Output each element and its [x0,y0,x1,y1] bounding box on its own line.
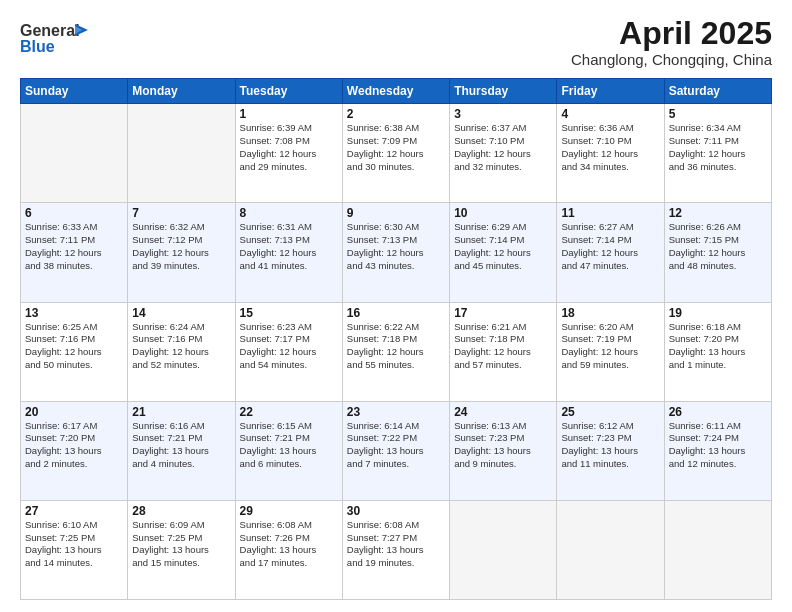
cell-info: Sunrise: 6:38 AM Sunset: 7:09 PM Dayligh… [347,122,445,173]
cell-day-number: 5 [669,107,767,121]
calendar-cell: 27Sunrise: 6:10 AM Sunset: 7:25 PM Dayli… [21,500,128,599]
cell-info: Sunrise: 6:36 AM Sunset: 7:10 PM Dayligh… [561,122,659,173]
calendar-cell: 14Sunrise: 6:24 AM Sunset: 7:16 PM Dayli… [128,302,235,401]
day-header-friday: Friday [557,79,664,104]
header-row: SundayMondayTuesdayWednesdayThursdayFrid… [21,79,772,104]
cell-info: Sunrise: 6:08 AM Sunset: 7:27 PM Dayligh… [347,519,445,570]
cell-day-number: 22 [240,405,338,419]
calendar-cell: 15Sunrise: 6:23 AM Sunset: 7:17 PM Dayli… [235,302,342,401]
calendar-cell [450,500,557,599]
calendar-cell: 11Sunrise: 6:27 AM Sunset: 7:14 PM Dayli… [557,203,664,302]
cell-day-number: 17 [454,306,552,320]
cell-day-number: 24 [454,405,552,419]
day-header-monday: Monday [128,79,235,104]
cell-info: Sunrise: 6:20 AM Sunset: 7:19 PM Dayligh… [561,321,659,372]
calendar-cell: 26Sunrise: 6:11 AM Sunset: 7:24 PM Dayli… [664,401,771,500]
calendar-cell: 3Sunrise: 6:37 AM Sunset: 7:10 PM Daylig… [450,104,557,203]
cell-info: Sunrise: 6:26 AM Sunset: 7:15 PM Dayligh… [669,221,767,272]
page: General Blue April 2025 Changlong, Chong… [0,0,792,612]
week-row-3: 13Sunrise: 6:25 AM Sunset: 7:16 PM Dayli… [21,302,772,401]
week-row-2: 6Sunrise: 6:33 AM Sunset: 7:11 PM Daylig… [21,203,772,302]
cell-day-number: 20 [25,405,123,419]
cell-day-number: 6 [25,206,123,220]
cell-day-number: 8 [240,206,338,220]
calendar-cell: 22Sunrise: 6:15 AM Sunset: 7:21 PM Dayli… [235,401,342,500]
cell-day-number: 18 [561,306,659,320]
calendar-cell: 25Sunrise: 6:12 AM Sunset: 7:23 PM Dayli… [557,401,664,500]
calendar-cell: 18Sunrise: 6:20 AM Sunset: 7:19 PM Dayli… [557,302,664,401]
cell-day-number: 21 [132,405,230,419]
calendar-cell: 29Sunrise: 6:08 AM Sunset: 7:26 PM Dayli… [235,500,342,599]
calendar-cell: 16Sunrise: 6:22 AM Sunset: 7:18 PM Dayli… [342,302,449,401]
cell-info: Sunrise: 6:37 AM Sunset: 7:10 PM Dayligh… [454,122,552,173]
cell-info: Sunrise: 6:08 AM Sunset: 7:26 PM Dayligh… [240,519,338,570]
calendar-cell: 1Sunrise: 6:39 AM Sunset: 7:08 PM Daylig… [235,104,342,203]
day-header-thursday: Thursday [450,79,557,104]
cell-day-number: 28 [132,504,230,518]
cell-info: Sunrise: 6:27 AM Sunset: 7:14 PM Dayligh… [561,221,659,272]
svg-text:General: General [20,22,80,39]
cell-info: Sunrise: 6:18 AM Sunset: 7:20 PM Dayligh… [669,321,767,372]
calendar-cell: 30Sunrise: 6:08 AM Sunset: 7:27 PM Dayli… [342,500,449,599]
cell-day-number: 9 [347,206,445,220]
cell-day-number: 15 [240,306,338,320]
cell-info: Sunrise: 6:17 AM Sunset: 7:20 PM Dayligh… [25,420,123,471]
cell-day-number: 13 [25,306,123,320]
calendar-cell [21,104,128,203]
calendar-cell: 24Sunrise: 6:13 AM Sunset: 7:23 PM Dayli… [450,401,557,500]
cell-info: Sunrise: 6:12 AM Sunset: 7:23 PM Dayligh… [561,420,659,471]
calendar-cell: 2Sunrise: 6:38 AM Sunset: 7:09 PM Daylig… [342,104,449,203]
cell-info: Sunrise: 6:11 AM Sunset: 7:24 PM Dayligh… [669,420,767,471]
page-title: April 2025 [571,16,772,51]
calendar-cell: 17Sunrise: 6:21 AM Sunset: 7:18 PM Dayli… [450,302,557,401]
calendar-cell: 4Sunrise: 6:36 AM Sunset: 7:10 PM Daylig… [557,104,664,203]
calendar-cell: 12Sunrise: 6:26 AM Sunset: 7:15 PM Dayli… [664,203,771,302]
calendar-cell: 9Sunrise: 6:30 AM Sunset: 7:13 PM Daylig… [342,203,449,302]
cell-day-number: 10 [454,206,552,220]
cell-info: Sunrise: 6:22 AM Sunset: 7:18 PM Dayligh… [347,321,445,372]
calendar-cell: 23Sunrise: 6:14 AM Sunset: 7:22 PM Dayli… [342,401,449,500]
cell-day-number: 11 [561,206,659,220]
cell-info: Sunrise: 6:32 AM Sunset: 7:12 PM Dayligh… [132,221,230,272]
cell-info: Sunrise: 6:30 AM Sunset: 7:13 PM Dayligh… [347,221,445,272]
cell-info: Sunrise: 6:16 AM Sunset: 7:21 PM Dayligh… [132,420,230,471]
cell-day-number: 26 [669,405,767,419]
page-subtitle: Changlong, Chongqing, China [571,51,772,68]
calendar-cell: 20Sunrise: 6:17 AM Sunset: 7:20 PM Dayli… [21,401,128,500]
calendar-cell [664,500,771,599]
cell-info: Sunrise: 6:24 AM Sunset: 7:16 PM Dayligh… [132,321,230,372]
cell-day-number: 4 [561,107,659,121]
cell-day-number: 30 [347,504,445,518]
cell-info: Sunrise: 6:14 AM Sunset: 7:22 PM Dayligh… [347,420,445,471]
cell-info: Sunrise: 6:33 AM Sunset: 7:11 PM Dayligh… [25,221,123,272]
cell-info: Sunrise: 6:13 AM Sunset: 7:23 PM Dayligh… [454,420,552,471]
day-header-saturday: Saturday [664,79,771,104]
calendar-cell: 13Sunrise: 6:25 AM Sunset: 7:16 PM Dayli… [21,302,128,401]
week-row-4: 20Sunrise: 6:17 AM Sunset: 7:20 PM Dayli… [21,401,772,500]
cell-day-number: 7 [132,206,230,220]
cell-day-number: 3 [454,107,552,121]
cell-info: Sunrise: 6:31 AM Sunset: 7:13 PM Dayligh… [240,221,338,272]
cell-info: Sunrise: 6:09 AM Sunset: 7:25 PM Dayligh… [132,519,230,570]
week-row-1: 1Sunrise: 6:39 AM Sunset: 7:08 PM Daylig… [21,104,772,203]
svg-text:Blue: Blue [20,38,55,55]
cell-day-number: 23 [347,405,445,419]
week-row-5: 27Sunrise: 6:10 AM Sunset: 7:25 PM Dayli… [21,500,772,599]
day-header-tuesday: Tuesday [235,79,342,104]
calendar-cell: 7Sunrise: 6:32 AM Sunset: 7:12 PM Daylig… [128,203,235,302]
logo: General Blue [20,16,90,56]
header: General Blue April 2025 Changlong, Chong… [20,16,772,68]
cell-info: Sunrise: 6:21 AM Sunset: 7:18 PM Dayligh… [454,321,552,372]
calendar-cell [128,104,235,203]
title-block: April 2025 Changlong, Chongqing, China [571,16,772,68]
cell-info: Sunrise: 6:34 AM Sunset: 7:11 PM Dayligh… [669,122,767,173]
cell-info: Sunrise: 6:29 AM Sunset: 7:14 PM Dayligh… [454,221,552,272]
cell-day-number: 16 [347,306,445,320]
cell-day-number: 29 [240,504,338,518]
cell-day-number: 14 [132,306,230,320]
calendar-cell: 5Sunrise: 6:34 AM Sunset: 7:11 PM Daylig… [664,104,771,203]
day-header-sunday: Sunday [21,79,128,104]
cell-day-number: 12 [669,206,767,220]
cell-day-number: 25 [561,405,659,419]
cell-day-number: 19 [669,306,767,320]
